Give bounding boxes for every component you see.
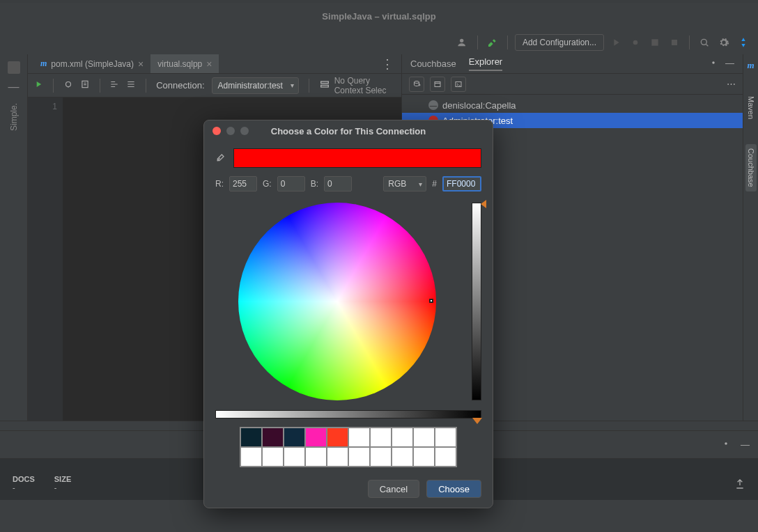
color-wheel[interactable] (238, 203, 436, 400)
left-gutter-label[interactable]: Simple. (9, 103, 19, 131)
connection-combo[interactable]: Administrator:test (212, 77, 299, 94)
preset-cell[interactable] (435, 447, 456, 467)
no-context-label: No Query Context Selec (334, 76, 396, 95)
g-input[interactable] (277, 176, 305, 191)
context-icon[interactable] (319, 79, 330, 92)
preset-cell[interactable] (262, 428, 284, 447)
g-label: G: (263, 179, 272, 189)
list-icon[interactable] (126, 79, 136, 91)
color-mode-combo[interactable]: RGB (383, 176, 426, 191)
console-icon[interactable] (451, 77, 466, 92)
brightness-slider[interactable] (472, 203, 481, 400)
opacity-thumb-icon[interactable] (472, 418, 482, 424)
preset-cell[interactable] (284, 447, 305, 467)
cancel-button[interactable]: Cancel (368, 480, 419, 498)
tab-overflow-icon[interactable]: ⋮ (381, 56, 394, 72)
panel-tab-couchbase[interactable]: Couchbase (410, 58, 456, 69)
maven-tool-icon[interactable]: m (747, 60, 754, 71)
preset-cell[interactable] (392, 428, 413, 447)
svg-rect-12 (456, 81, 461, 86)
color-wheel-cursor[interactable] (429, 299, 433, 303)
preset-cell[interactable] (413, 428, 435, 447)
connection-label: Connection: (156, 80, 204, 91)
b-input[interactable] (324, 176, 352, 191)
add-connection-icon[interactable] (409, 77, 424, 92)
svg-rect-11 (435, 81, 440, 86)
color-picker-dialog: Choose a Color for This Connection R: G:… (203, 120, 493, 508)
preset-cell[interactable] (284, 428, 305, 447)
explain-icon[interactable] (80, 79, 90, 91)
search-icon[interactable] (697, 35, 712, 50)
preset-cell[interactable] (305, 428, 327, 447)
preset-cell[interactable] (327, 447, 348, 467)
preset-cell[interactable] (392, 447, 413, 467)
b-label: B: (311, 179, 318, 189)
hash-label: # (432, 179, 437, 189)
r-label: R: (215, 179, 224, 189)
main-toolbar: Add Configuration... (0, 31, 758, 54)
close-icon[interactable]: × (206, 58, 212, 70)
connection-status-icon: — (428, 100, 438, 110)
coverage-icon[interactable] (647, 35, 663, 50)
docs-label: DOCS (13, 475, 35, 483)
user-dropdown-icon[interactable] (455, 35, 470, 50)
preset-cell[interactable] (305, 447, 327, 467)
panel-gear-icon[interactable] (709, 58, 718, 70)
history-icon[interactable] (109, 79, 119, 91)
preset-cell[interactable] (348, 447, 370, 467)
shelf-gear-icon[interactable] (721, 439, 731, 451)
size-label: SIZE (54, 475, 71, 483)
debug-icon[interactable] (628, 35, 643, 50)
preset-cell[interactable] (240, 428, 262, 447)
preset-cell[interactable] (262, 447, 284, 467)
maven-tool-tab[interactable]: Maven (745, 92, 757, 123)
r-input[interactable] (229, 176, 257, 191)
brightness-thumb-icon[interactable] (481, 200, 486, 208)
couchbase-tool-tab[interactable]: Couchbase (745, 144, 757, 191)
preset-cell[interactable] (240, 447, 262, 467)
svg-point-1 (633, 40, 638, 45)
preset-cell[interactable] (327, 428, 348, 447)
close-icon[interactable]: × (138, 58, 144, 70)
preset-cell[interactable] (370, 447, 392, 467)
docs-value: - (13, 483, 35, 492)
tab-virtual-sqlpp[interactable]: virtual.sqlpp × (150, 54, 219, 73)
right-gutter: m Maven Couchbase (743, 54, 758, 421)
shelf-minimize-icon[interactable]: — (741, 439, 750, 450)
panel-minimize-icon[interactable]: — (725, 58, 734, 70)
svg-rect-3 (672, 40, 677, 45)
share-icon[interactable] (734, 478, 745, 492)
run-icon[interactable] (608, 35, 624, 50)
editor-tabbar: m pom.xml (SimpleJava) × virtual.sqlpp ×… (28, 54, 401, 74)
left-gutter: — Simple. (0, 54, 28, 421)
query-toolbar: Connection: Administrator:test No Query … (28, 74, 401, 97)
preset-cell[interactable] (370, 428, 392, 447)
settings-gear-icon[interactable] (716, 35, 732, 50)
preset-cell[interactable] (348, 428, 370, 447)
tree-item-denislocal[interactable]: — denislocal:Capella (402, 97, 743, 113)
preset-cell[interactable] (413, 447, 435, 467)
window-title: SimpleJava – virtual.sqlpp (0, 3, 758, 31)
eyedropper-icon[interactable] (215, 152, 226, 165)
svg-point-5 (65, 82, 70, 87)
plugin-icon[interactable] (736, 35, 751, 50)
panel-more-icon[interactable]: ⋯ (727, 79, 736, 89)
project-tool-icon[interactable] (8, 61, 20, 74)
window-icon[interactable] (430, 77, 445, 92)
opacity-slider[interactable] (215, 410, 481, 418)
choose-button[interactable]: Choose (426, 480, 481, 498)
build-hammer-icon[interactable] (485, 35, 500, 50)
stop-icon[interactable] (667, 35, 682, 50)
tab-pom-xml[interactable]: m pom.xml (SimpleJava) × (33, 54, 150, 73)
hex-input[interactable] (442, 176, 481, 191)
hint-icon[interactable] (63, 79, 73, 91)
svg-point-0 (460, 39, 463, 42)
collapse-left-icon[interactable]: — (8, 81, 20, 93)
svg-rect-8 (320, 85, 328, 87)
svg-rect-7 (320, 81, 328, 84)
add-configuration-button[interactable]: Add Configuration... (515, 34, 604, 51)
panel-tab-explorer[interactable]: Explorer (469, 56, 502, 71)
run-query-icon[interactable] (33, 79, 43, 91)
size-value: - (54, 483, 71, 492)
preset-cell[interactable] (435, 428, 456, 447)
